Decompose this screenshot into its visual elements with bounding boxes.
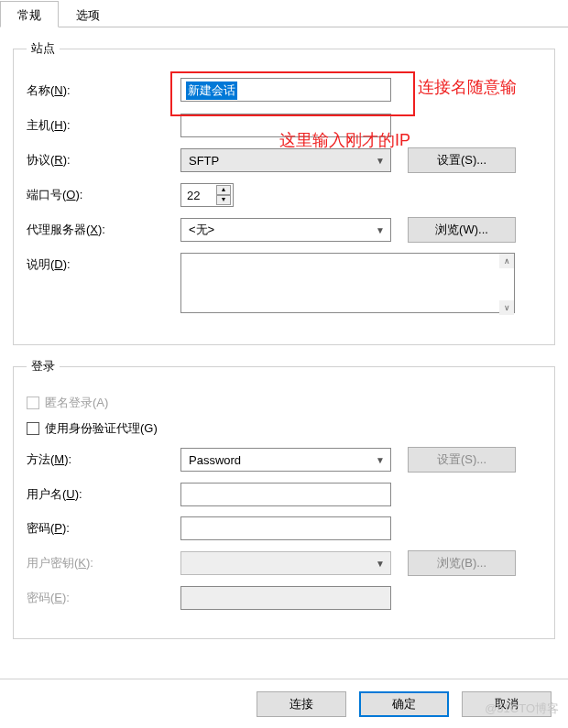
tab-general[interactable]: 常规 xyxy=(0,1,59,27)
scroll-down-icon[interactable]: ∨ xyxy=(499,300,514,315)
description-label: 说明(D): xyxy=(27,253,180,273)
auth-agent-label: 使用身份验证代理(G) xyxy=(45,420,158,437)
chevron-down-icon: ▼ xyxy=(376,156,385,166)
name-input-selection: 新建会话 xyxy=(186,81,237,100)
anonymous-label: 匿名登录(A) xyxy=(45,395,108,411)
port-input[interactable]: 22 ▲ ▼ xyxy=(180,183,234,207)
userkey-label: 用户密钥(K): xyxy=(27,555,180,571)
port-label: 端口号(O): xyxy=(27,187,180,203)
scroll-up-icon[interactable]: ∧ xyxy=(499,254,514,268)
proxy-label: 代理服务器(X): xyxy=(27,222,180,238)
password-input[interactable] xyxy=(180,516,391,540)
ok-button[interactable]: 确定 xyxy=(359,691,449,717)
keypass-input xyxy=(180,586,391,610)
password-label: 密码(P): xyxy=(27,520,180,537)
host-input[interactable] xyxy=(180,114,391,137)
site-fieldset: 站点 名称(N): 新建会话 主机(H): 协议(R): SFTP ▼ xyxy=(13,40,555,345)
cancel-button[interactable]: 取消 xyxy=(462,691,552,717)
site-legend: 站点 xyxy=(27,40,60,57)
chevron-down-icon: ▼ xyxy=(376,455,385,465)
keypass-label: 密码(E): xyxy=(27,590,180,606)
login-fieldset: 登录 匿名登录(A) 使用身份验证代理(G) 方法(M): Password ▼… xyxy=(13,358,555,639)
connect-button[interactable]: 连接 xyxy=(257,691,346,717)
description-textarea[interactable] xyxy=(180,253,515,313)
login-legend: 登录 xyxy=(27,358,60,375)
anonymous-checkbox xyxy=(27,397,39,409)
protocol-settings-button[interactable]: 设置(S)... xyxy=(408,147,516,173)
username-label: 用户名(U): xyxy=(27,486,180,503)
chevron-down-icon: ▼ xyxy=(376,225,385,235)
proxy-browse-button[interactable]: 浏览(W)... xyxy=(408,217,516,243)
tab-strip: 常规 选项 xyxy=(0,0,568,27)
chevron-down-icon: ▼ xyxy=(376,559,385,569)
proxy-select[interactable]: <无> ▼ xyxy=(180,218,391,242)
userkey-browse-button: 浏览(B)... xyxy=(408,550,516,576)
userkey-select: ▼ xyxy=(180,551,391,575)
dialog-footer: 连接 确定 取消 xyxy=(0,679,568,728)
protocol-select[interactable]: SFTP ▼ xyxy=(180,148,391,172)
name-label: 名称(N): xyxy=(27,82,180,99)
auth-agent-checkbox[interactable] xyxy=(27,422,39,435)
method-select[interactable]: Password ▼ xyxy=(180,448,391,472)
port-spin-up[interactable]: ▲ xyxy=(216,185,231,195)
port-spin-down[interactable]: ▼ xyxy=(216,195,231,205)
protocol-label: 协议(R): xyxy=(27,152,180,168)
tab-options[interactable]: 选项 xyxy=(59,1,117,27)
method-settings-button: 设置(S)... xyxy=(408,447,516,473)
host-label: 主机(H): xyxy=(27,117,180,134)
username-input[interactable] xyxy=(180,483,391,506)
content-area: 站点 名称(N): 新建会话 主机(H): 协议(R): SFTP ▼ xyxy=(0,27,568,665)
method-label: 方法(M): xyxy=(27,451,180,468)
